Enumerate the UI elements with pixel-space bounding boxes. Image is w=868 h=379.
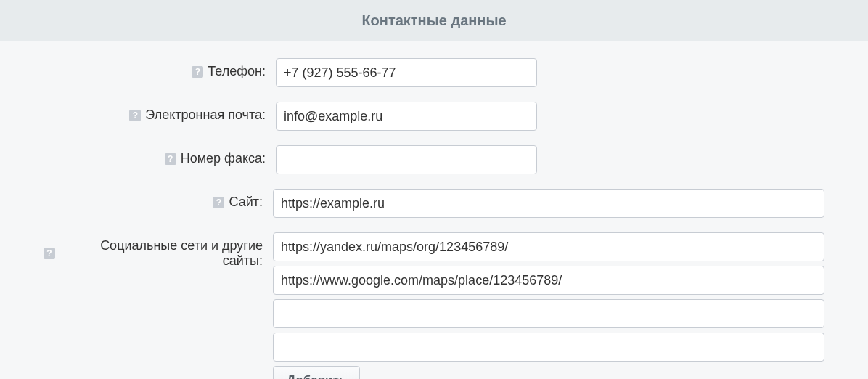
help-icon[interactable]: ? [213, 197, 224, 208]
row-site: ? Сайт: [44, 189, 824, 218]
help-icon[interactable]: ? [165, 153, 176, 165]
social-input-0[interactable] [273, 232, 824, 261]
label-fax-text: Номер факса: [181, 151, 266, 166]
label-social-text: Социальные сети и другие сайты: [60, 238, 263, 269]
row-phone: ? Телефон: [44, 58, 824, 87]
label-social: ? Социальные сети и другие сайты: [44, 232, 273, 269]
contact-form: ? Телефон: ? Электронная почта: ? Номер … [0, 41, 868, 379]
help-icon[interactable]: ? [192, 66, 203, 78]
label-email-text: Электронная почта: [145, 107, 266, 123]
add-social-button[interactable]: Добавить [273, 366, 360, 379]
site-input[interactable] [273, 189, 824, 218]
phone-input[interactable] [276, 58, 537, 87]
label-phone-text: Телефон: [208, 64, 266, 79]
panel-title: Контактные данные [361, 12, 506, 28]
row-social: ? Социальные сети и другие сайты: Добави… [44, 232, 824, 379]
label-fax: ? Номер факса: [44, 145, 276, 166]
social-input-1[interactable] [273, 266, 824, 295]
fax-input[interactable] [276, 145, 537, 174]
row-email: ? Электронная почта: [44, 102, 824, 131]
help-icon[interactable]: ? [129, 110, 141, 121]
label-site: ? Сайт: [44, 189, 273, 210]
label-phone: ? Телефон: [44, 58, 276, 79]
row-fax: ? Номер факса: [44, 145, 824, 174]
panel-header: Контактные данные [0, 0, 868, 41]
social-input-3[interactable] [273, 333, 824, 362]
label-site-text: Сайт: [229, 195, 263, 210]
social-input-2[interactable] [273, 299, 824, 328]
email-input[interactable] [276, 102, 537, 131]
label-email: ? Электронная почта: [44, 102, 276, 123]
help-icon[interactable]: ? [44, 248, 55, 259]
